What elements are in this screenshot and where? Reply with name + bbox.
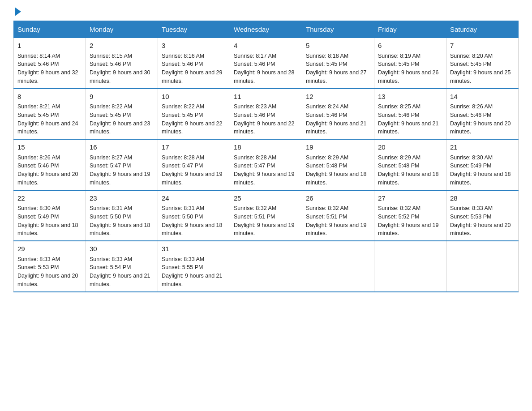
days-of-week-row: SundayMondayTuesdayWednesdayThursdayFrid…	[14, 21, 519, 38]
calendar-cell: 12Sunrise: 8:24 AMSunset: 5:46 PMDayligh…	[302, 89, 374, 140]
week-row-4: 22Sunrise: 8:30 AMSunset: 5:49 PMDayligh…	[14, 190, 519, 241]
sunrise-text: Sunrise: 8:29 AM	[378, 154, 420, 161]
day-number: 23	[90, 193, 154, 204]
sunrise-text: Sunrise: 8:22 AM	[90, 103, 132, 110]
calendar-cell: 29Sunrise: 8:33 AMSunset: 5:53 PMDayligh…	[14, 241, 86, 292]
sunset-text: Sunset: 5:46 PM	[17, 61, 59, 67]
logo	[13, 9, 21, 16]
calendar-cell: 2Sunrise: 8:15 AMSunset: 5:46 PMDaylight…	[86, 38, 158, 89]
day-number: 28	[450, 193, 515, 204]
daylight-text: Daylight: 9 hours and 19 minutes.	[378, 222, 439, 237]
daylight-text: Daylight: 9 hours and 22 minutes.	[234, 120, 295, 135]
daylight-text: Daylight: 9 hours and 29 minutes.	[162, 69, 223, 84]
sunrise-text: Sunrise: 8:30 AM	[450, 154, 493, 161]
sunset-text: Sunset: 5:45 PM	[162, 112, 203, 118]
calendar-cell: 21Sunrise: 8:30 AMSunset: 5:49 PMDayligh…	[446, 139, 519, 190]
calendar-body: 1Sunrise: 8:14 AMSunset: 5:46 PMDaylight…	[14, 38, 519, 292]
calendar-cell: 28Sunrise: 8:33 AMSunset: 5:53 PMDayligh…	[446, 190, 519, 241]
sunrise-text: Sunrise: 8:20 AM	[450, 53, 493, 59]
sunrise-text: Sunrise: 8:26 AM	[450, 103, 493, 110]
sunrise-text: Sunrise: 8:28 AM	[234, 154, 276, 161]
day-number: 6	[378, 41, 442, 51]
calendar-cell: 4Sunrise: 8:17 AMSunset: 5:46 PMDaylight…	[230, 38, 302, 89]
calendar-cell: 9Sunrise: 8:22 AMSunset: 5:45 PMDaylight…	[86, 89, 158, 140]
calendar-cell: 13Sunrise: 8:25 AMSunset: 5:46 PMDayligh…	[374, 89, 446, 140]
sunset-text: Sunset: 5:45 PM	[306, 61, 347, 67]
calendar-cell: 27Sunrise: 8:32 AMSunset: 5:52 PMDayligh…	[374, 190, 446, 241]
day-number: 29	[17, 244, 82, 254]
day-number: 10	[162, 92, 226, 102]
daylight-text: Daylight: 9 hours and 30 minutes.	[90, 69, 150, 84]
calendar-cell: 31Sunrise: 8:33 AMSunset: 5:55 PMDayligh…	[158, 241, 230, 292]
day-number: 3	[162, 41, 226, 51]
daylight-text: Daylight: 9 hours and 24 minutes.	[17, 120, 78, 135]
day-number: 21	[450, 142, 515, 153]
calendar-cell: 7Sunrise: 8:20 AMSunset: 5:45 PMDaylight…	[446, 38, 519, 89]
sunset-text: Sunset: 5:47 PM	[90, 163, 131, 169]
sunrise-text: Sunrise: 8:30 AM	[17, 205, 60, 211]
sunset-text: Sunset: 5:46 PM	[162, 61, 203, 67]
daylight-text: Daylight: 9 hours and 19 minutes.	[234, 171, 295, 186]
sunset-text: Sunset: 5:47 PM	[162, 163, 203, 169]
sunrise-text: Sunrise: 8:17 AM	[234, 53, 276, 59]
daylight-text: Daylight: 9 hours and 19 minutes.	[90, 171, 150, 186]
daylight-text: Daylight: 9 hours and 19 minutes.	[234, 222, 295, 237]
calendar-cell: 25Sunrise: 8:32 AMSunset: 5:51 PMDayligh…	[230, 190, 302, 241]
sunset-text: Sunset: 5:55 PM	[162, 264, 203, 270]
daylight-text: Daylight: 9 hours and 25 minutes.	[450, 69, 511, 84]
day-header-sunday: Sunday	[14, 21, 86, 38]
day-number: 9	[90, 92, 154, 102]
calendar-cell: 24Sunrise: 8:31 AMSunset: 5:50 PMDayligh…	[158, 190, 230, 241]
sunset-text: Sunset: 5:48 PM	[306, 163, 347, 169]
daylight-text: Daylight: 9 hours and 19 minutes.	[162, 171, 223, 186]
calendar-cell	[374, 241, 446, 292]
sunset-text: Sunset: 5:46 PM	[90, 61, 131, 67]
sunset-text: Sunset: 5:53 PM	[450, 214, 491, 220]
day-number: 20	[378, 142, 442, 153]
day-header-monday: Monday	[86, 21, 158, 38]
day-number: 1	[17, 41, 82, 51]
calendar-cell: 26Sunrise: 8:32 AMSunset: 5:51 PMDayligh…	[302, 190, 374, 241]
day-header-wednesday: Wednesday	[230, 21, 302, 38]
daylight-text: Daylight: 9 hours and 26 minutes.	[378, 69, 439, 84]
day-header-thursday: Thursday	[302, 21, 374, 38]
sunrise-text: Sunrise: 8:33 AM	[162, 256, 204, 262]
sunrise-text: Sunrise: 8:19 AM	[378, 53, 420, 59]
calendar-cell: 6Sunrise: 8:19 AMSunset: 5:45 PMDaylight…	[374, 38, 446, 89]
week-row-3: 15Sunrise: 8:26 AMSunset: 5:46 PMDayligh…	[14, 139, 519, 190]
daylight-text: Daylight: 9 hours and 20 minutes.	[450, 120, 511, 135]
logo-blue-part	[13, 9, 21, 16]
day-number: 26	[306, 193, 370, 204]
day-number: 15	[17, 142, 82, 153]
day-header-friday: Friday	[374, 21, 446, 38]
calendar-cell: 17Sunrise: 8:28 AMSunset: 5:47 PMDayligh…	[158, 139, 230, 190]
calendar-cell: 10Sunrise: 8:22 AMSunset: 5:45 PMDayligh…	[158, 89, 230, 140]
daylight-text: Daylight: 9 hours and 18 minutes.	[378, 171, 439, 186]
sunset-text: Sunset: 5:49 PM	[17, 214, 59, 220]
sunset-text: Sunset: 5:45 PM	[17, 112, 59, 118]
daylight-text: Daylight: 9 hours and 19 minutes.	[306, 222, 367, 237]
daylight-text: Daylight: 9 hours and 22 minutes.	[162, 120, 223, 135]
calendar-cell: 22Sunrise: 8:30 AMSunset: 5:49 PMDayligh…	[14, 190, 86, 241]
day-number: 30	[90, 244, 154, 254]
week-row-2: 8Sunrise: 8:21 AMSunset: 5:45 PMDaylight…	[14, 89, 519, 140]
day-number: 31	[162, 244, 226, 254]
daylight-text: Daylight: 9 hours and 18 minutes.	[162, 222, 223, 237]
sunrise-text: Sunrise: 8:31 AM	[162, 205, 204, 211]
daylight-text: Daylight: 9 hours and 18 minutes.	[450, 171, 511, 186]
sunset-text: Sunset: 5:51 PM	[234, 214, 275, 220]
sunset-text: Sunset: 5:45 PM	[450, 61, 491, 67]
daylight-text: Daylight: 9 hours and 27 minutes.	[306, 69, 367, 84]
calendar-cell	[230, 241, 302, 292]
calendar-cell: 14Sunrise: 8:26 AMSunset: 5:46 PMDayligh…	[446, 89, 519, 140]
calendar-cell: 1Sunrise: 8:14 AMSunset: 5:46 PMDaylight…	[14, 38, 86, 89]
daylight-text: Daylight: 9 hours and 21 minutes.	[378, 120, 439, 135]
day-number: 16	[90, 142, 154, 153]
daylight-text: Daylight: 9 hours and 28 minutes.	[234, 69, 295, 84]
daylight-text: Daylight: 9 hours and 21 minutes.	[162, 273, 223, 287]
calendar-cell: 5Sunrise: 8:18 AMSunset: 5:45 PMDaylight…	[302, 38, 374, 89]
sunrise-text: Sunrise: 8:24 AM	[306, 103, 348, 110]
calendar-cell	[446, 241, 519, 292]
week-row-1: 1Sunrise: 8:14 AMSunset: 5:46 PMDaylight…	[14, 38, 519, 89]
day-header-tuesday: Tuesday	[158, 21, 230, 38]
